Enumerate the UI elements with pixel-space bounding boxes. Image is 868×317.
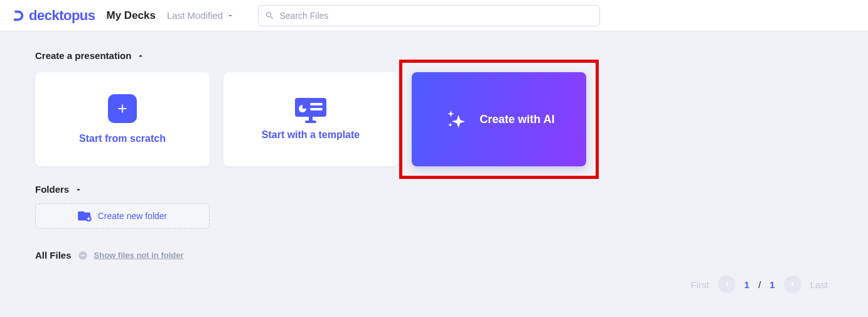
search-field[interactable]: [258, 5, 600, 26]
sort-dropdown[interactable]: Last Modified: [167, 10, 234, 21]
folders-section-toggle[interactable]: Folders: [35, 184, 833, 195]
all-files-label: All Files: [35, 250, 72, 261]
pager-current: 1: [744, 279, 749, 290]
create-section-toggle[interactable]: Create a presentation: [35, 50, 833, 61]
all-files-row: All Files Show files not in folder: [35, 250, 833, 261]
template-label: Start with a template: [262, 129, 360, 141]
create-with-ai-card[interactable]: Create with AI: [412, 72, 586, 166]
template-icon: [295, 98, 326, 119]
folders-section-title: Folders: [35, 184, 69, 195]
page-body: Create a presentation Start from scratch…: [0, 31, 868, 279]
ai-card-highlight-wrap: Create with AI: [412, 72, 586, 166]
sparkle-icon: [443, 106, 469, 132]
brand-name: decktopus: [29, 8, 95, 24]
create-cards-row: Start from scratch Start with a template: [35, 72, 833, 166]
svg-point-0: [14, 18, 16, 21]
topbar: decktopus My Decks Last Modified: [0, 0, 868, 31]
chevron-up-icon: [136, 51, 145, 60]
new-folder-label: Create new folder: [98, 211, 168, 221]
svg-rect-3: [80, 255, 85, 255]
pager-total: 1: [769, 279, 774, 290]
pager-last[interactable]: Last: [810, 279, 828, 290]
create-new-folder-button[interactable]: Create new folder: [35, 203, 210, 228]
search-icon: [265, 11, 274, 21]
sort-label: Last Modified: [167, 10, 223, 21]
pager-next-button[interactable]: [784, 276, 801, 293]
start-from-scratch-card[interactable]: Start from scratch: [35, 72, 210, 166]
decktopus-mark-icon: [11, 9, 25, 23]
folder-plus-icon: [78, 210, 92, 222]
chevron-down-icon: [227, 12, 234, 19]
show-files-not-in-folder-link[interactable]: Show files not in folder: [94, 250, 184, 260]
minus-circle-icon: [78, 250, 88, 261]
pager-first[interactable]: First: [691, 279, 709, 290]
plus-icon: [108, 94, 137, 123]
chevron-left-icon: [722, 280, 731, 289]
pagination: First 1 / 1 Last: [691, 276, 828, 293]
search-input[interactable]: [279, 11, 593, 21]
chevron-up-icon: [74, 185, 83, 194]
create-section-title: Create a presentation: [35, 50, 131, 61]
pager-prev-button[interactable]: [718, 276, 736, 293]
chevron-right-icon: [788, 280, 797, 289]
start-with-template-card[interactable]: Start with a template: [223, 72, 398, 166]
brand-logo[interactable]: decktopus: [11, 8, 95, 24]
pager-slash: /: [758, 279, 761, 290]
scratch-label: Start from scratch: [79, 133, 166, 144]
page-title: My Decks: [107, 9, 156, 22]
ai-label: Create with AI: [480, 113, 554, 126]
